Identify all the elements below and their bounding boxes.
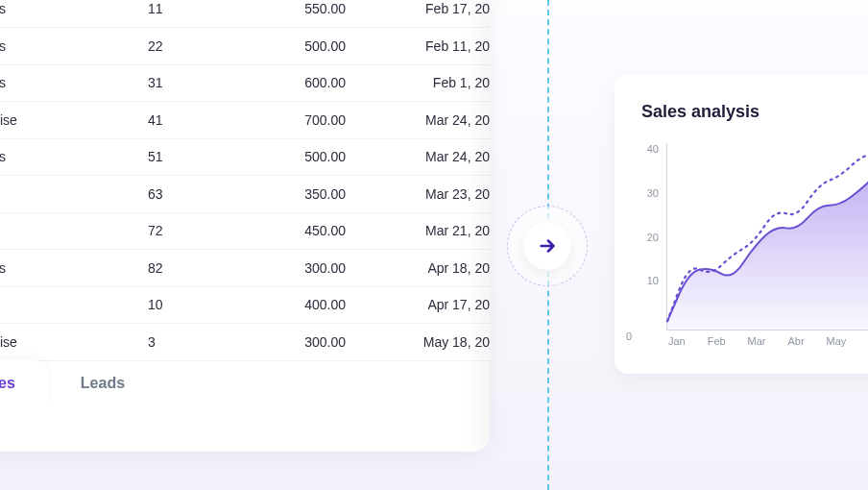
table-row[interactable]: tics Plus11550.00Feb 17, 20 bbox=[0, 0, 490, 28]
cell-qty: 3 bbox=[134, 324, 211, 361]
cell-date: Mar 23, 20 bbox=[384, 176, 490, 213]
table-row[interactable]: tics Plus31600.00Feb 1, 20 bbox=[0, 64, 490, 102]
arrow-right-icon bbox=[537, 235, 558, 257]
table-row[interactable]: Enterprise41700.00Mar 24, 20 bbox=[0, 102, 490, 139]
cell-date: Apr 18, 20 bbox=[384, 250, 490, 287]
chart-x-axis-labels: JanFebMarAbrMayJun bbox=[668, 335, 868, 347]
cell-product: tics Plus bbox=[0, 28, 134, 65]
cell-date: May 18, 20 bbox=[384, 324, 490, 361]
chart-plot bbox=[666, 143, 868, 331]
cell-qty: 22 bbox=[134, 28, 211, 65]
cell-amount: 600.00 bbox=[211, 64, 384, 102]
cell-date: Feb 17, 20 bbox=[384, 0, 490, 28]
chart-panel: Sales analysis 40302010 JanFebMarAbrMayJ… bbox=[615, 75, 868, 374]
table-row[interactable]: tics Plus82300.00Apr 18, 20 bbox=[0, 250, 490, 287]
y-tick: 20 bbox=[636, 232, 659, 243]
table-row[interactable]: Enterprise3300.00May 18, 20 bbox=[0, 324, 490, 361]
cell-amount: 350.00 bbox=[211, 176, 384, 213]
cell-qty: 41 bbox=[134, 102, 211, 139]
cell-qty: 51 bbox=[134, 138, 211, 176]
cell-qty: 11 bbox=[134, 0, 211, 28]
table-row[interactable]: nts Pro63350.00Mar 23, 20 bbox=[0, 176, 490, 213]
table-row[interactable]: tics Plus22500.00Feb 11, 20 bbox=[0, 28, 490, 65]
cell-date: Apr 17, 20 bbox=[384, 286, 490, 324]
cell-amount: 400.00 bbox=[211, 286, 384, 324]
cell-date: Mar 21, 20 bbox=[384, 212, 490, 250]
cell-amount: 450.00 bbox=[211, 212, 384, 250]
y-tick: 30 bbox=[636, 187, 659, 199]
chart-zero-label: 0 bbox=[626, 331, 632, 342]
cell-date: Mar 24, 20 bbox=[384, 138, 490, 176]
cell-amount: 300.00 bbox=[211, 324, 384, 361]
x-tick: May bbox=[826, 335, 846, 347]
cell-amount: 300.00 bbox=[211, 250, 384, 287]
cell-product: Enterprise bbox=[0, 324, 134, 361]
x-tick: Feb bbox=[708, 335, 726, 347]
cell-product: tics Plus bbox=[0, 138, 134, 176]
cell-product: Enterprise bbox=[0, 102, 134, 139]
data-table-panel: tics Plus11550.00Feb 17, 20tics Plus2250… bbox=[0, 0, 490, 452]
cell-qty: 10 bbox=[134, 286, 211, 324]
x-tick: Abr bbox=[787, 335, 804, 347]
cell-amount: 500.00 bbox=[211, 28, 384, 65]
cell-date: Mar 24, 20 bbox=[384, 102, 490, 139]
cell-qty: 72 bbox=[134, 212, 211, 250]
y-tick: 10 bbox=[636, 275, 659, 286]
tab-leads[interactable]: Leads bbox=[48, 360, 157, 406]
cell-product: tics Plus bbox=[0, 0, 134, 28]
x-tick: Jan bbox=[668, 335, 686, 347]
table-row[interactable]: tics Plus51500.00Mar 24, 20 bbox=[0, 138, 490, 176]
sheet-tabs: Sales Leads bbox=[0, 360, 490, 406]
x-tick: Mar bbox=[748, 335, 766, 347]
chart-title: Sales analysis bbox=[641, 102, 868, 122]
cell-amount: 700.00 bbox=[211, 102, 384, 139]
tab-sales[interactable]: Sales bbox=[0, 360, 48, 406]
sales-table: tics Plus11550.00Feb 17, 20tics Plus2250… bbox=[0, 0, 490, 361]
y-tick: 40 bbox=[636, 143, 659, 155]
cell-qty: 63 bbox=[134, 176, 211, 213]
table-row[interactable]: nts Pro72450.00Mar 21, 20 bbox=[0, 212, 490, 250]
transform-arrow-button[interactable] bbox=[518, 217, 576, 275]
chart-y-axis-labels: 40302010 bbox=[636, 143, 659, 331]
cell-date: Feb 11, 20 bbox=[384, 28, 490, 65]
cell-product: nts Pro bbox=[0, 286, 134, 324]
cell-product: nts Pro bbox=[0, 176, 134, 213]
cell-qty: 31 bbox=[134, 64, 211, 102]
cell-date: Feb 1, 20 bbox=[384, 64, 490, 102]
cell-amount: 550.00 bbox=[211, 0, 384, 28]
cell-product: tics Plus bbox=[0, 250, 134, 287]
cell-qty: 82 bbox=[134, 250, 211, 287]
table-row[interactable]: nts Pro10400.00Apr 17, 20 bbox=[0, 286, 490, 324]
cell-product: tics Plus bbox=[0, 64, 134, 102]
cell-amount: 500.00 bbox=[211, 138, 384, 176]
cell-product: nts Pro bbox=[0, 212, 134, 250]
